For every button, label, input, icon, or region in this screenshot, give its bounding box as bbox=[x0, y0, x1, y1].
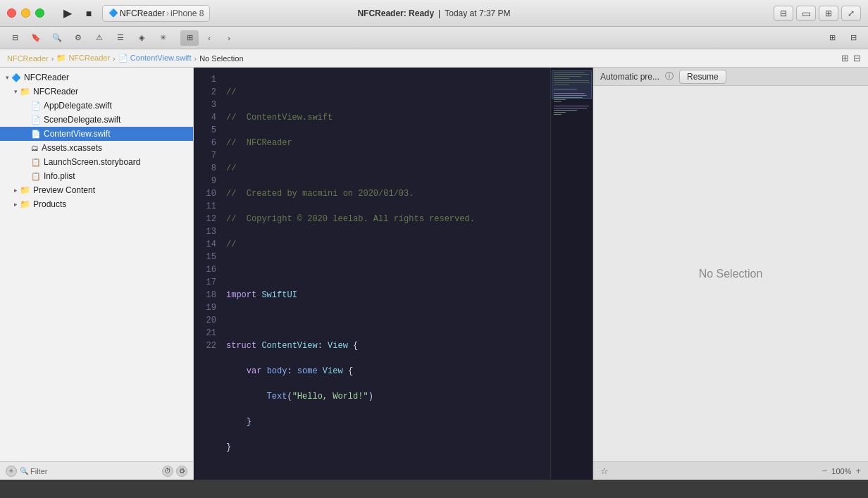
preview-content: No Selection bbox=[593, 86, 868, 461]
sidebar-item-label: Assets.xcassets bbox=[42, 143, 102, 153]
sidebar-item-label: Info.plist bbox=[44, 171, 75, 181]
breadcrumb-file[interactable]: 📄 ContentView.swift bbox=[118, 54, 192, 63]
add-file-button[interactable]: + bbox=[6, 466, 17, 477]
sidebar-item-nfcreader-folder[interactable]: ▾ 📁 NFCReader bbox=[0, 85, 193, 99]
sidebar-item-label: LaunchScreen.storyboard bbox=[44, 157, 140, 167]
secondary-toolbar: ⊟ 🔖 🔍 ⚙ ⚠ ☰ ◈ ✳ ⊞ ‹ › ⊞ ⊟ bbox=[0, 27, 868, 49]
code-text[interactable]: // // ContentView.swift // NFCReader // … bbox=[223, 68, 550, 480]
sidebar-item-label: NFCReader bbox=[33, 87, 78, 97]
forward-btn[interactable]: › bbox=[220, 30, 238, 46]
history-btn[interactable]: ⏱ bbox=[162, 466, 173, 477]
status-time: Today at 7:37 PM bbox=[445, 8, 510, 18]
sidebar-item-preview-content[interactable]: ▸ 📁 Preview Content bbox=[0, 183, 193, 197]
breadcrumb-project[interactable]: NFCReader bbox=[7, 54, 49, 63]
issues-btn[interactable]: ☰ bbox=[111, 30, 130, 46]
scheme-target: iPhone 8 bbox=[170, 8, 204, 18]
library-btn[interactable]: 🔖 bbox=[27, 30, 45, 46]
stop-button[interactable]: ■ bbox=[81, 6, 97, 21]
sidebar-item-infoplist[interactable]: 📋 Info.plist bbox=[0, 169, 193, 183]
sidebar-item-label: Products bbox=[33, 199, 66, 209]
breadcrumb-actions: ⊞ ⊟ bbox=[841, 53, 861, 63]
top-right-icons: ⊟ ▭ ⊞ ⤢ bbox=[774, 6, 861, 21]
breakpoints-btn[interactable]: ◈ bbox=[132, 30, 151, 46]
breadcrumb-action-2[interactable]: ⊟ bbox=[853, 53, 861, 63]
settings-btn[interactable]: ⚙ bbox=[69, 30, 87, 46]
preview-header: Automatic pre... ⓘ Resume bbox=[593, 68, 868, 86]
preview-footer-left: ☆ bbox=[600, 466, 609, 476]
close-button[interactable] bbox=[7, 8, 16, 18]
resume-button[interactable]: Resume bbox=[679, 70, 726, 84]
file-tree: ▾ 🔷 NFCReader ▾ 📁 NFCReader 📄 AppDelegat… bbox=[0, 68, 193, 461]
fullscreen-btn[interactable]: ⤢ bbox=[841, 6, 861, 21]
scheme-selector[interactable]: 🔷 NFCReader › iPhone 8 bbox=[102, 5, 210, 22]
sidebar-item-contentview[interactable]: 📄 ContentView.swift bbox=[0, 127, 193, 141]
sidebar-item-label: NFCReader bbox=[24, 73, 69, 82]
sidebar: ▾ 🔷 NFCReader ▾ 📁 NFCReader 📄 AppDelegat… bbox=[0, 68, 194, 480]
config-btn[interactable]: ⚙ bbox=[176, 466, 187, 477]
breadcrumb-symbol: No Selection bbox=[199, 54, 243, 63]
filter-btn[interactable]: 🔍 bbox=[48, 30, 66, 46]
code-area[interactable]: 12345 678910 1112131415 1617181920 2122 … bbox=[194, 68, 593, 480]
breadcrumb-folder[interactable]: 📁 NFCReader bbox=[56, 54, 110, 63]
sidebar-item-label: SceneDelegate.swift bbox=[44, 115, 120, 125]
add-editor-btn[interactable]: ⊟ bbox=[844, 30, 862, 46]
adjust-btn[interactable]: ⊞ bbox=[823, 30, 841, 46]
expand-arrow: ▾ bbox=[11, 88, 20, 95]
sidebar-item-products[interactable]: ▸ 📁 Products bbox=[0, 197, 193, 211]
sidebar-item-launchscreen[interactable]: 📋 LaunchScreen.storyboard bbox=[0, 155, 193, 169]
sidebar-item-label: AppDelegate.swift bbox=[44, 101, 112, 111]
titlebar-status: NFCReader: Ready | Today at 7:37 PM bbox=[357, 8, 510, 18]
zoom-out-icon[interactable]: − bbox=[822, 466, 828, 476]
env-btn[interactable]: ✳ bbox=[154, 30, 172, 46]
run-button[interactable]: ▶ bbox=[57, 6, 78, 21]
breadcrumb-bar: NFCReader › 📁 NFCReader › 📄 ContentView.… bbox=[0, 49, 868, 68]
preview-footer-right: − 100% + bbox=[822, 466, 861, 476]
sidebar-item-appdelegate[interactable]: 📄 AppDelegate.swift bbox=[0, 99, 193, 113]
sidebar-item-label: ContentView.swift bbox=[44, 129, 111, 139]
scheme-name: NFCReader bbox=[120, 8, 165, 18]
sidebar-item-nfcreader-project[interactable]: ▾ 🔷 NFCReader bbox=[0, 70, 193, 85]
preview-panel: Automatic pre... ⓘ Resume No Selection ☆… bbox=[593, 68, 868, 480]
zoom-in-icon[interactable]: + bbox=[855, 466, 861, 476]
minimize-button[interactable] bbox=[21, 8, 30, 18]
inspector-toggle[interactable]: ⊞ bbox=[819, 6, 838, 21]
preview-label: Automatic pre... bbox=[600, 72, 659, 82]
breadcrumb-action-1[interactable]: ⊞ bbox=[841, 53, 849, 63]
grid-view-btn[interactable]: ⊞ bbox=[180, 30, 199, 46]
preview-footer: ☆ − 100% + bbox=[593, 461, 868, 480]
editor-toggle[interactable]: ▭ bbox=[796, 6, 816, 21]
sidebar-item-assets[interactable]: 🗂 Assets.xcassets bbox=[0, 141, 193, 155]
titlebar: ▶ ■ 🔷 NFCReader › iPhone 8 NFCReader: Re… bbox=[0, 0, 868, 27]
no-selection-label: No Selection bbox=[699, 268, 763, 280]
star-icon[interactable]: ☆ bbox=[600, 466, 609, 476]
expand-arrow: ▾ bbox=[3, 74, 11, 81]
filter-icon: 🔍 bbox=[20, 467, 28, 475]
sidebar-toggle[interactable]: ⊟ bbox=[774, 6, 793, 21]
main-layout: ▾ 🔷 NFCReader ▾ 📁 NFCReader 📄 AppDelegat… bbox=[0, 68, 868, 480]
info-icon[interactable]: ⓘ bbox=[665, 70, 674, 82]
filter-label: Filter bbox=[30, 467, 47, 475]
sidebar-footer: + 🔍 Filter ⏱ ⚙ bbox=[0, 461, 193, 480]
warning-btn[interactable]: ⚠ bbox=[90, 30, 108, 46]
expand-arrow: ▸ bbox=[11, 187, 20, 194]
zoom-level: 100% bbox=[831, 467, 851, 475]
status-ready: NFCReader: Ready bbox=[357, 8, 434, 18]
line-numbers: 12345 678910 1112131415 1617181920 2122 bbox=[194, 68, 223, 480]
window-controls bbox=[7, 8, 44, 18]
filter-area: 🔍 Filter bbox=[20, 467, 159, 475]
maximize-button[interactable] bbox=[35, 8, 44, 18]
navigator-toggle[interactable]: ⊟ bbox=[6, 30, 24, 46]
expand-arrow: ▸ bbox=[11, 201, 20, 208]
status-separator: | bbox=[438, 8, 440, 18]
minimap bbox=[550, 68, 593, 480]
back-btn[interactable]: ‹ bbox=[200, 30, 218, 46]
code-editor: 12345 678910 1112131415 1617181920 2122 … bbox=[194, 68, 593, 480]
sidebar-item-label: Preview Content bbox=[33, 185, 95, 195]
sidebar-item-scenedelegate[interactable]: 📄 SceneDelegate.swift bbox=[0, 113, 193, 127]
